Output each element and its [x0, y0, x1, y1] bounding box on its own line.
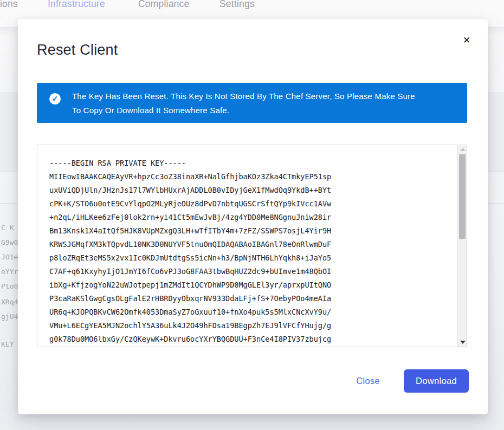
modal-title: Reset Client	[37, 42, 118, 58]
nav-tab-compliance[interactable]: Compliance	[138, 0, 189, 10]
download-button[interactable]: Download	[404, 369, 469, 393]
nav-tab-infrastructure[interactable]: Infrastructure	[48, 0, 105, 10]
scrollbar[interactable]	[457, 145, 467, 347]
private-key-text: -----BEGIN RSA PRIVATE KEY----- MIIEowIB…	[37, 145, 457, 347]
background-key-fragment: gjU4	[1, 312, 18, 321]
background-key-fragment: G9w0	[1, 238, 18, 246]
scrollbar-thumb[interactable]	[459, 154, 466, 239]
background-key-fragment: C K	[1, 224, 14, 232]
banner-message: The Key Has Been Reset. This Key Is Not …	[72, 89, 419, 118]
page: ions Infrastructure Compliance Settings …	[0, 0, 504, 430]
scroll-up-icon[interactable]	[458, 145, 467, 154]
background-key-fragment: JO1e	[1, 253, 18, 261]
background-key-fragment: XRq4	[1, 298, 18, 306]
nav-tab-applications[interactable]: ions	[0, 0, 18, 10]
success-banner: ✓ The Key Has Been Reset. This Key Is No…	[37, 83, 467, 123]
background-key-fragment: KEY	[1, 340, 14, 348]
background-key-fragment: Pto0	[1, 282, 18, 290]
close-button[interactable]: Close	[356, 376, 380, 386]
nav-tab-settings[interactable]: Settings	[219, 0, 255, 10]
close-icon[interactable]: ✕	[460, 34, 473, 47]
background-key-fragment: eYYr	[1, 268, 18, 276]
modal-footer: Close Download	[356, 369, 469, 393]
scroll-down-icon[interactable]	[458, 338, 467, 347]
reset-client-modal: Reset Client ✕ ✓ The Key Has Been Reset.…	[18, 19, 488, 414]
check-circle-icon: ✓	[49, 93, 61, 105]
private-key-box[interactable]: -----BEGIN RSA PRIVATE KEY----- MIIEowIB…	[37, 145, 467, 347]
